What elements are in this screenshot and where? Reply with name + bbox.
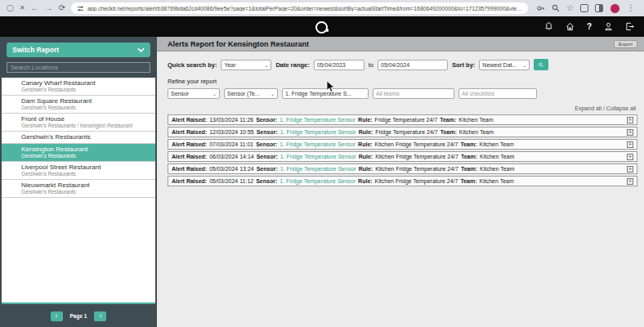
switch-report-button[interactable]: Switch Report (7, 43, 150, 57)
alert-raised-label: Alert Raised: (172, 178, 207, 184)
alert-raised-value: 12/03/2024 10:55 (209, 129, 254, 135)
profile-avatar[interactable] (610, 3, 620, 14)
report-content: Quick search by: Year ⌄ Date range: to S… (157, 52, 644, 327)
team-value: Kitchen Team (480, 154, 514, 159)
quick-search-select[interactable]: Year ⌄ (221, 60, 271, 70)
alert-raised-label: Alert Raised: (172, 117, 207, 123)
sensor-filter-select[interactable]: Sensor ⌄ (168, 88, 220, 99)
switch-report-label: Switch Report (12, 46, 59, 54)
location-list-item[interactable]: Gershwin's Restaurants (2, 132, 155, 144)
sort-by-label: Sort by: (452, 61, 475, 69)
alert-raised-value: 05/03/2024 13:24 (209, 166, 254, 172)
address-bar[interactable]: app.checkit.net/reports/alert/b38769bda6… (71, 2, 528, 14)
team-label: Team: (440, 117, 456, 123)
date-to-input[interactable] (378, 60, 448, 70)
key-icon[interactable] (537, 4, 545, 12)
filter-row: Sensor ⌄ Sensor (Te... ⌄ 1. Fridge Tempe… (168, 88, 637, 99)
chevron-down-icon: ⌄ (267, 91, 275, 96)
sensor-link[interactable]: 1. Fridge Temperature Sensor (280, 141, 356, 147)
teams-filter-input[interactable] (373, 88, 454, 99)
export-button[interactable]: Export (614, 40, 637, 48)
expand-alert-icon[interactable]: + (627, 117, 633, 123)
alerts-list: Alert Raised: 13/03/2024 11:26 Sensor: 1… (168, 114, 637, 186)
alert-row[interactable]: Alert Raised: 05/03/2024 11:12 Sensor: 1… (168, 176, 637, 186)
sensor-label: Sensor: (257, 129, 278, 135)
expand-alert-icon[interactable]: + (627, 154, 633, 160)
logout-icon[interactable] (625, 22, 634, 31)
back-button[interactable]: ← (31, 4, 39, 12)
zoom-icon[interactable] (552, 4, 560, 12)
alert-raised-value: 07/03/2024 11:01 (209, 141, 253, 147)
location-list-item[interactable]: Nieuwmarkt Restaurant Gershwin's Restaur… (2, 180, 155, 198)
prev-page-button[interactable]: ‹ (51, 311, 63, 321)
expand-collapse-all-link[interactable]: Expand all / Collapse all (168, 105, 636, 111)
alert-row[interactable]: Alert Raised: 07/03/2024 11:01 Sensor: 1… (168, 139, 637, 150)
url-text[interactable]: app.checkit.net/reports/alert/b38769bda6… (87, 6, 522, 11)
tab-close-icon[interactable]: ✕ (20, 5, 25, 11)
bookmark-star-icon[interactable]: ☆ (566, 4, 574, 12)
sensor-value-filter[interactable]: 1. Fridge Temperature S... (282, 88, 369, 99)
location-list-item[interactable]: Dam Square Restaurant Gershwin's Restaur… (2, 96, 155, 114)
expand-alert-icon[interactable]: + (627, 178, 633, 185)
alert-raised-label: Alert Raised: (172, 154, 207, 159)
alert-row[interactable]: Alert Raised: 05/03/2024 13:24 Sensor: 1… (168, 164, 637, 174)
tab-circle-icon[interactable]: ◯ (7, 5, 14, 11)
rule-value: Fridge Temperature 24/7 (375, 129, 438, 135)
forward-button[interactable]: → (45, 4, 53, 12)
team-value: Kitchen Team (480, 141, 514, 147)
sensor-type-filter-select[interactable]: Sensor (Te... ⌄ (224, 88, 278, 99)
checkit-logo-icon[interactable] (315, 21, 329, 33)
sensor-link[interactable]: 1. Fridge Temperature Sensor (280, 178, 356, 184)
rule-label: Rule: (358, 141, 373, 147)
alert-raised-label: Alert Raised: (172, 141, 207, 147)
search-button[interactable] (534, 59, 548, 70)
next-page-button[interactable]: › (94, 311, 106, 321)
account-person-icon[interactable] (604, 22, 613, 31)
location-list-item[interactable]: Kensington Restaurant Gershwin's Restaur… (2, 144, 155, 162)
page-indicator: Page 1 (70, 313, 87, 319)
browser-menu-icon[interactable]: ⋮ (627, 4, 635, 12)
location-list-item[interactable]: Front of House Gershwin's Restaurants / … (2, 114, 155, 132)
sensor-link[interactable]: 1. Fridge Temperature Sensor (280, 154, 356, 159)
chevron-down-icon (137, 47, 145, 53)
help-icon[interactable]: ? (587, 22, 592, 31)
location-list-item[interactable]: Canary Wharf Restaurant Gershwin's Resta… (2, 78, 155, 96)
sensor-link[interactable]: 1. Fridge Temperature Sensor (280, 129, 356, 135)
date-from-input[interactable] (314, 60, 364, 70)
home-icon[interactable] (566, 22, 575, 31)
search-locations-input[interactable] (7, 62, 150, 73)
sensor-link[interactable]: 1. Fridge Temperature Sensor (280, 117, 356, 123)
expand-alert-icon[interactable]: + (627, 166, 633, 172)
side-panel-icon[interactable] (595, 4, 603, 12)
sidebar: Switch Report Canary Wharf Restaurant Ge… (0, 37, 157, 327)
refresh-button[interactable]: ⟳ (59, 4, 65, 12)
notifications-bell-icon[interactable] (544, 22, 553, 31)
sensor-label: Sensor: (257, 166, 278, 172)
alert-row[interactable]: Alert Raised: 13/03/2024 11:26 Sensor: 1… (168, 114, 637, 125)
site-info-icon[interactable] (77, 5, 84, 12)
expand-alert-icon[interactable]: + (627, 129, 633, 136)
rule-value: Kitchen Fridge Temperature 24/7 (375, 178, 458, 184)
rule-value: Kitchen Fridge Temperature 24/7 (375, 154, 458, 159)
checklists-filter-input[interactable] (458, 88, 537, 99)
page-title: Alerts Report for Kensington Restaurant (168, 40, 309, 48)
alert-raised-value: 06/03/2024 14:14 (209, 154, 254, 159)
location-list: Canary Wharf Restaurant Gershwin's Resta… (2, 78, 155, 304)
tab-group-icon[interactable] (580, 4, 588, 12)
sensor-label: Sensor: (257, 154, 278, 159)
rule-label: Rule: (359, 129, 373, 135)
sensor-link[interactable]: 1. Fridge Temperature Sensor (280, 166, 356, 172)
refine-report-label: Refine your report (168, 78, 637, 85)
screen: { "accent_color": "#4cb3a0", "browser": … (0, 0, 644, 327)
alert-row[interactable]: Alert Raised: 06/03/2024 14:14 Sensor: 1… (168, 151, 637, 162)
sensor-label: Sensor: (256, 117, 277, 123)
alert-raised-label: Alert Raised: (172, 166, 207, 172)
team-value: Kitchen Team (458, 117, 493, 123)
sort-by-select[interactable]: Newest Dat... ⌄ (479, 60, 530, 70)
alert-row[interactable]: Alert Raised: 12/03/2024 10:55 Sensor: 1… (168, 127, 637, 137)
team-value: Kitchen Team (459, 129, 494, 135)
expand-alert-icon[interactable]: + (627, 141, 633, 148)
date-to-connector: to (369, 61, 373, 69)
rule-label: Rule: (358, 178, 373, 184)
location-list-item[interactable]: Liverpool Street Restaurant Gershwin's R… (2, 162, 155, 180)
